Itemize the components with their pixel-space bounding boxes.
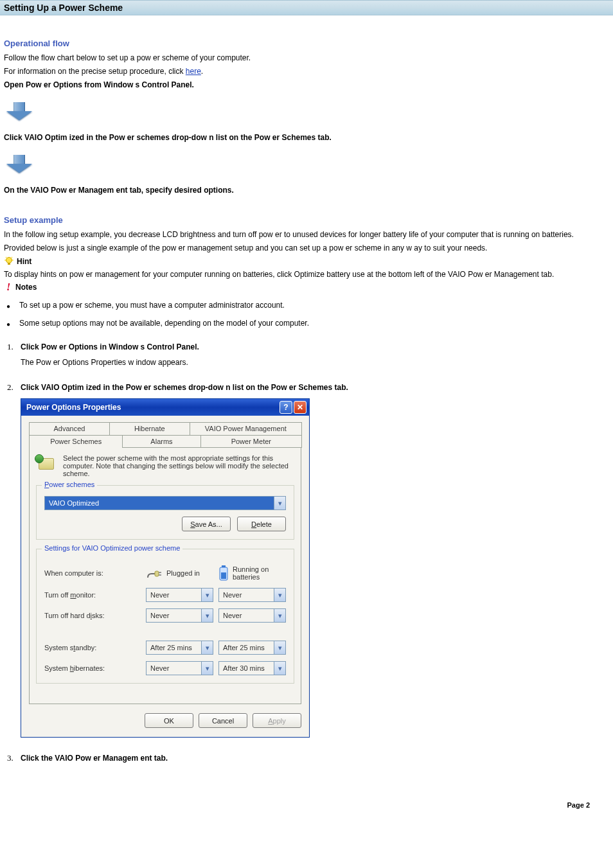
list-item: ●To set up a pow er scheme, you must hav… (6, 301, 609, 310)
page-title: Setting Up a Power Scheme (4, 3, 123, 13)
tabstrip: Advanced Hibernate VAIO Power Management… (29, 422, 301, 704)
ok-button[interactable]: OK (145, 713, 193, 728)
numbered-steps: Click Pow er Options in Window s Control… (15, 342, 609, 763)
hibernate-plugged-combo[interactable]: Never▾ (146, 661, 213, 675)
hint-label: Hint (17, 257, 31, 266)
hint-text: To display hints on pow er management fo… (4, 269, 609, 280)
note-text: To set up a pow er scheme, you must have… (19, 301, 285, 310)
apply-button[interactable]: Apply (253, 713, 301, 728)
chevron-down-icon: ▾ (274, 641, 285, 654)
svg-line-5 (12, 257, 13, 258)
tab-power-schemes[interactable]: Power Schemes (29, 435, 123, 448)
power-options-dialog: Power Options Properties ? ✕ Advanced Hi… (21, 398, 310, 738)
save-as-button[interactable]: Save As... (182, 517, 231, 531)
tab-power-meter[interactable]: Power Meter (200, 435, 302, 448)
note-text: Some setup options may not be available,… (19, 319, 309, 328)
svg-rect-6 (155, 571, 159, 576)
flow-intro-2-pre: For information on the precise setup pro… (4, 67, 186, 76)
bullet-icon: ● (6, 303, 10, 310)
svg-line-4 (6, 257, 7, 258)
tab-vaio-pm[interactable]: VAIO Power Management (190, 422, 302, 435)
power-schemes-group: PPower schemesower schemes VAIO Optimize… (36, 485, 294, 540)
svg-rect-11 (221, 572, 226, 579)
here-link[interactable]: here (186, 67, 201, 76)
when-label: When computer is: (44, 569, 141, 577)
row-label: System standby: (44, 644, 141, 651)
chevron-down-icon: ▾ (274, 497, 285, 509)
notes-list: ●To set up a pow er scheme, you must hav… (6, 301, 609, 328)
dialog-title: Power Options Properties (26, 403, 121, 412)
plugged-in-header: Plugged in (146, 566, 213, 580)
plug-icon (146, 566, 163, 580)
tab-panel: Select the power scheme with the most ap… (29, 447, 301, 704)
step-1-title: Click Pow er Options in Window s Control… (21, 342, 199, 351)
setup-example-heading: Setup example (4, 215, 609, 225)
standby-battery-combo[interactable]: After 25 mins▾ (218, 641, 286, 655)
group-legend-2: Settings for VAIO Optimized power scheme (42, 544, 182, 552)
scheme-combo-text: VAIO Optimized (45, 497, 274, 509)
flow-intro-2: For information on the precise setup pro… (4, 66, 609, 77)
dialog-body: Advanced Hibernate VAIO Power Management… (21, 416, 309, 737)
settings-group: Settings for VAIO Optimized power scheme… (36, 549, 294, 684)
disks-plugged-combo[interactable]: Never▾ (146, 608, 213, 623)
step-2: Click VAIO Optim ized in the Pow er sche… (15, 382, 609, 738)
close-button[interactable]: ✕ (294, 401, 306, 414)
hint-lightbulb-icon (4, 256, 14, 267)
hint-row: Hint (4, 256, 609, 267)
step-3-title: Click the VAIO Pow er Managem ent tab. (21, 754, 168, 763)
row-label: Turn off monitor: (44, 591, 141, 599)
arrow-down-icon (6, 155, 32, 173)
tab-alarms[interactable]: Alarms (122, 435, 200, 448)
monitor-plugged-combo[interactable]: Never▾ (146, 588, 213, 602)
chevron-down-icon: ▾ (201, 662, 213, 675)
content: Operational flow Follow the flow chart b… (0, 15, 613, 835)
svg-rect-1 (8, 263, 10, 265)
step-3: Click the VAIO Pow er Managem ent tab. (15, 753, 609, 763)
chevron-down-icon: ▾ (274, 589, 285, 601)
row-label: Turn off hard disks: (44, 612, 141, 619)
setup-para-2: Provided below is just a single example … (4, 242, 609, 254)
step-1: Click Pow er Options in Window s Control… (15, 342, 609, 367)
step-1-sub: The Pow er Options Properties w indow ap… (21, 358, 609, 367)
flow-step-3: On the VAIO Pow er Managem ent tab, spec… (4, 184, 609, 196)
page-footer: Page 2 (4, 801, 609, 809)
page-title-bar: Setting Up a Power Scheme (0, 0, 613, 15)
flow-step-1: Open Pow er Options from Window s Contro… (4, 79, 609, 91)
standby-plugged-combo[interactable]: After 25 mins▾ (146, 641, 213, 655)
battery-header: Running on batteries (218, 565, 286, 581)
scheme-intro-text: Select the power scheme with the most ap… (63, 454, 294, 477)
tab-advanced[interactable]: Advanced (29, 422, 110, 435)
chevron-down-icon: ▾ (201, 589, 213, 601)
row-label: System hibernates: (44, 664, 141, 672)
svg-point-0 (6, 258, 12, 263)
arrow-down-icon (6, 102, 32, 120)
notes-row: ! Notes (4, 283, 609, 292)
flow-step-2: Click VAIO Optim ized in the Pow er sche… (4, 132, 609, 143)
dialog-titlebar[interactable]: Power Options Properties ? ✕ (21, 399, 309, 416)
operational-flow-heading: Operational flow (4, 39, 609, 48)
group-legend: PPower schemesower schemes (42, 481, 97, 488)
battery-icon (218, 565, 229, 581)
chevron-down-icon: ▾ (274, 662, 285, 675)
step-2-title: Click VAIO Optim ized in the Pow er sche… (21, 383, 348, 392)
chevron-down-icon: ▾ (201, 609, 213, 622)
disks-battery-combo[interactable]: Never▾ (218, 608, 286, 623)
chevron-down-icon: ▾ (201, 641, 213, 654)
bullet-icon: ● (6, 321, 10, 328)
scheme-folder-icon (36, 454, 57, 475)
flow-intro-2-post: . (201, 67, 203, 76)
notes-label: Notes (15, 283, 37, 292)
delete-button[interactable]: Delete (237, 517, 286, 531)
list-item: ●Some setup options may not be available… (6, 319, 609, 328)
tab-hibernate[interactable]: Hibernate (109, 422, 190, 435)
dialog-footer: OK Cancel Apply (29, 713, 301, 728)
help-button[interactable]: ? (280, 401, 292, 414)
chevron-down-icon: ▾ (274, 609, 285, 622)
monitor-battery-combo[interactable]: Never▾ (218, 588, 286, 602)
flow-intro-1: Follow the flow chart below to set up a … (4, 52, 609, 64)
setup-para-1: In the follow ing setup example, you dec… (4, 229, 609, 240)
cancel-button[interactable]: Cancel (199, 713, 247, 728)
hibernate-battery-combo[interactable]: After 30 mins▾ (218, 661, 286, 675)
notes-exclaim-icon: ! (4, 283, 13, 292)
scheme-combo[interactable]: VAIO Optimized ▾ (44, 496, 286, 510)
